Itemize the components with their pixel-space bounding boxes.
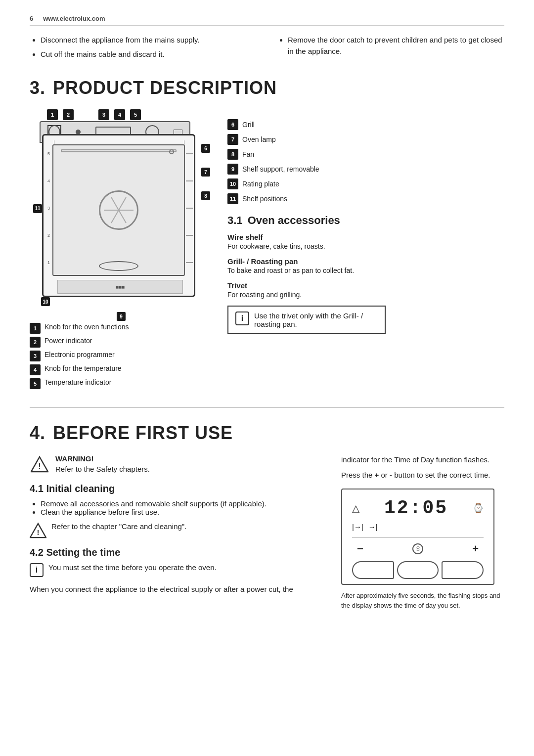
page-header: 6 www.electrolux.com: [30, 15, 504, 26]
bullet-disconnect: Disconnect the appliance from the mains …: [41, 35, 257, 46]
badge-8-pos: 8: [201, 191, 210, 200]
rlabel-badge-8: 8: [227, 149, 238, 160]
comp-4: 4 Knob for the temperature: [30, 364, 213, 375]
rlabel-text-9: Shelf support, removable: [242, 165, 319, 173]
comp-badge-5: 5: [30, 378, 41, 389]
plus-button[interactable]: +: [472, 542, 479, 555]
bullet-cutoff: Cut off the mains cable and discard it.: [41, 49, 257, 60]
initial-cleaning-bullets: Remove all accessories and removable she…: [30, 499, 321, 516]
section4-left: ! WARNING! Refer to the Safety chapters.…: [30, 454, 321, 614]
accessory-trivet-name: Trivet: [227, 281, 504, 290]
display-btn-center: [397, 561, 439, 579]
info-icon: i: [235, 311, 249, 325]
oven-diagram-col: 1 2 3 4 5: [30, 109, 213, 392]
bullet-remove-accessories: Remove all accessories and removable she…: [41, 499, 321, 508]
section4-layout: ! WARNING! Refer to the Safety chapters.…: [30, 454, 504, 614]
accessory-wire-shelf-desc: For cookware, cake tins, roasts.: [227, 242, 504, 250]
accessory-grill-pan: Grill- / Roasting pan To bake and roast …: [227, 257, 504, 274]
bullet-clean-first: Clean the appliance before first use.: [41, 508, 321, 516]
rlabel-text-7: Oven lamp: [242, 135, 276, 143]
info-icon-time: i: [30, 563, 44, 577]
comp-2: 2 Power indicator: [30, 337, 213, 348]
display-btn-left: [352, 561, 394, 579]
display-time: 12:05: [384, 497, 448, 519]
badge-2: 2: [63, 109, 74, 120]
display-panel: △ 12:05 ⌚ |→| →| − ☉ +: [341, 489, 494, 585]
minus-button[interactable]: −: [357, 542, 363, 555]
label-8-pos: 8: [201, 191, 210, 200]
info-text-time: You must set the time before you operate…: [48, 563, 217, 572]
oven-outer-body: 5 4 3 2 1: [42, 134, 195, 297]
rlabel-badge-9: 9: [227, 164, 238, 175]
rlabel-text-8: Fan: [242, 150, 254, 158]
section-divider: [30, 407, 504, 408]
oven-inner-cavity: [52, 144, 185, 276]
accessory-trivet: Trivet For roasting and grilling.: [227, 281, 504, 299]
grill-element: [61, 149, 177, 152]
label-6-pos: 6: [201, 144, 210, 153]
circle-icon: ☉: [412, 543, 423, 554]
comp-text-1: Knob for the oven functions: [44, 323, 129, 331]
comp-badge-2: 2: [30, 337, 41, 348]
product-description-layout: 1 2 3 4 5: [30, 109, 504, 392]
display-buttons-row: − ☉ +: [352, 540, 484, 557]
rlabel-badge-7: 7: [227, 134, 238, 145]
comp-badge-3: 3: [30, 351, 41, 361]
display-bottom-buttons: [352, 561, 484, 579]
oven-lamp: [169, 149, 174, 154]
labels-col: 6 Grill 7 Oven lamp 8 Fan 9 Shelf suppor…: [227, 109, 504, 392]
badge-9-pos: 9: [117, 311, 126, 321]
rlabel-10: 10 Rating plate: [227, 178, 504, 189]
display-arrows-row: |→| →|: [352, 523, 484, 531]
subsection31-heading: 3.1 Oven accessories: [227, 214, 504, 227]
badge-6-pos: 6: [201, 144, 210, 153]
component-labels: 1 Knob for the oven functions 2 Power in…: [30, 323, 213, 389]
rlabel-text-6: Grill: [242, 121, 255, 129]
section4-heading: 4. BEFORE FIRST USE: [30, 423, 504, 444]
right-oven-labels: 6 7 8: [201, 144, 210, 205]
oven-bottom-oval: [99, 261, 138, 271]
warning-label: WARNING!: [55, 454, 150, 463]
safety-bullets-right: Remove the door catch to prevent childre…: [277, 35, 504, 63]
rlabel-badge-6: 6: [227, 119, 238, 130]
display-top-row: △ 12:05 ⌚: [352, 497, 484, 519]
comp-badge-4: 4: [30, 364, 41, 375]
info-box-trivet: i Use the trivet only with the Grill- / …: [227, 306, 386, 334]
warning-icon-wrap: !: [30, 454, 49, 474]
comp-badge-1: 1: [30, 323, 41, 334]
display-divider: [352, 537, 484, 537]
website-url: www.electrolux.com: [43, 15, 105, 22]
rlabel-text-11: Shelf positions: [242, 195, 287, 203]
para-connect: When you connect the appliance to the el…: [30, 584, 321, 595]
rlabel-8: 8 Fan: [227, 149, 504, 160]
accessory-wire-shelf: Wire shelf For cookware, cake tins, roas…: [227, 233, 504, 250]
comp-3: 3 Electronic programmer: [30, 351, 213, 361]
rlabel-6: 6 Grill: [227, 119, 504, 130]
display-arrow2: →|: [368, 523, 378, 531]
right-shelf-support: [184, 140, 194, 276]
comp-1: 1 Knob for the oven functions: [30, 323, 213, 334]
comp-5: 5 Temperature indicator: [30, 378, 213, 389]
para-right1: indicator for the Time of Day function f…: [341, 454, 504, 466]
label-7-pos: 7: [201, 168, 210, 177]
warning-body: Refer to the Safety chapters.: [55, 465, 150, 473]
accessory-wire-shelf-name: Wire shelf: [227, 233, 504, 241]
accessory-grill-pan-name: Grill- / Roasting pan: [227, 257, 504, 266]
comp-text-4: Knob for the temperature: [44, 364, 122, 372]
accessory-list: Wire shelf For cookware, cake tins, roas…: [227, 233, 504, 299]
info-text-trivet: Use the trivet only with the Grill- / ro…: [254, 311, 378, 328]
badge-5: 5: [130, 109, 141, 120]
page-number: 6: [30, 15, 33, 22]
badge-7-pos: 7: [201, 168, 210, 177]
caution-triangle-icon: !: [30, 522, 46, 539]
safety-bullets-left: Disconnect the appliance from the mains …: [30, 35, 257, 63]
badge-1: 1: [47, 109, 58, 120]
rating-plate-area: ■■■: [57, 280, 183, 294]
comp-text-5: Temperature indicator: [44, 378, 111, 386]
para-right2: Press the + or - button to set the corre…: [341, 470, 504, 481]
rlabel-7: 7 Oven lamp: [227, 134, 504, 145]
warning-triangle-icon: !: [31, 455, 48, 473]
display-arrow1: |→|: [352, 523, 363, 531]
info-box-time: i You must set the time before you opera…: [30, 563, 321, 577]
display-btn-right: [442, 561, 484, 579]
